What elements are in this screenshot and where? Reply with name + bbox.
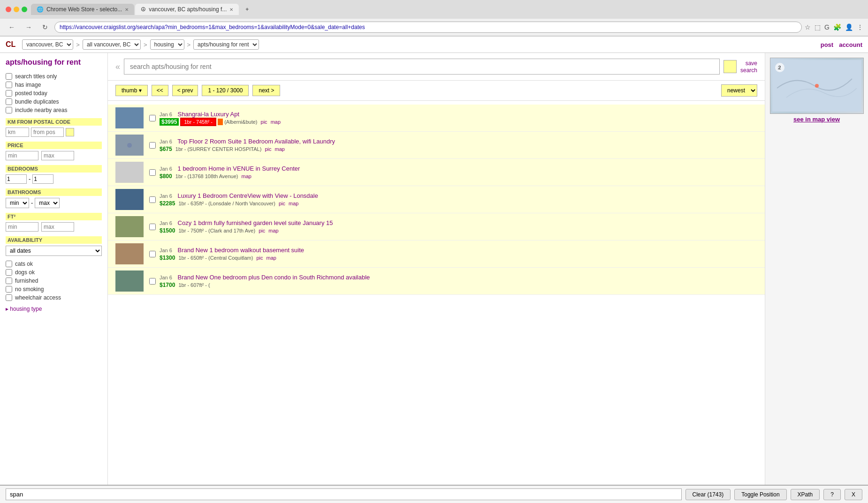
listing-area-text: (Alberni&bute) xyxy=(224,119,257,125)
area-select[interactable]: all vancouver, BC xyxy=(83,39,141,50)
dev-clear-btn[interactable]: Clear (1743) xyxy=(685,489,731,495)
listing-checkbox[interactable] xyxy=(149,278,156,285)
bathrooms-max-select[interactable]: max xyxy=(35,198,60,208)
filter-dupes-checkbox[interactable] xyxy=(6,98,12,105)
listing-checkbox[interactable] xyxy=(149,224,156,230)
filter-image-label[interactable]: has image xyxy=(15,82,41,88)
listing-checkbox[interactable] xyxy=(149,169,156,176)
subcategory-select[interactable]: apts/housing for rent xyxy=(193,39,259,50)
bathrooms-min-select[interactable]: min xyxy=(6,198,29,208)
filter-image-checkbox[interactable] xyxy=(6,82,12,88)
filter-nearby-label[interactable]: include nearby areas xyxy=(15,107,67,113)
filter-wheelchair-checkbox[interactable] xyxy=(6,294,12,301)
filter-titles-checkbox[interactable] xyxy=(6,73,12,80)
map-link[interactable]: map xyxy=(271,119,281,125)
filter-nosmoking-checkbox[interactable] xyxy=(6,286,12,293)
refresh-btn[interactable]: ↻ xyxy=(38,22,52,33)
listing-title-link[interactable]: 1 bedroom Home in VENUE in Surrey Center xyxy=(178,165,300,172)
filter-wheelchair-label[interactable]: wheelchair access xyxy=(15,294,61,301)
price-max-input[interactable] xyxy=(41,151,74,160)
search-input[interactable] xyxy=(124,59,720,75)
extension-icon[interactable]: ⬚ xyxy=(815,23,821,31)
listing-title-link[interactable]: Brand New One bedroom plus Den condo in … xyxy=(178,274,370,281)
postal-code-input[interactable] xyxy=(31,128,64,137)
tab-close-btn[interactable]: ✕ xyxy=(229,7,233,12)
listing-title-link[interactable]: Top Floor 2 Room Suite 1 Bedroom Availab… xyxy=(177,138,335,145)
pic-link[interactable]: pic xyxy=(279,201,285,206)
pic-link[interactable]: pic xyxy=(259,228,265,233)
price-min-input[interactable] xyxy=(6,151,38,160)
first-page-btn[interactable]: << xyxy=(152,85,168,96)
bedrooms-max-input[interactable] xyxy=(32,174,53,184)
ft2-max-input[interactable] xyxy=(41,222,74,232)
listing-title-link[interactable]: Cozy 1 bdrm fully furnished garden level… xyxy=(178,219,333,226)
location-select[interactable]: vancouver, BC xyxy=(22,39,73,50)
filter-dogs-checkbox[interactable] xyxy=(6,269,12,276)
map-link[interactable]: map xyxy=(289,201,298,206)
filter-nearby-checkbox[interactable] xyxy=(6,107,12,113)
bedrooms-min-input[interactable] xyxy=(6,174,27,184)
save-search-link[interactable]: savesearch xyxy=(740,60,757,74)
availability-select[interactable]: all dates xyxy=(6,246,102,256)
filter-ft2-section: FT² xyxy=(6,213,102,232)
category-select[interactable]: housing xyxy=(150,39,184,50)
tab-chrome-store[interactable]: 🌐 Chrome Web Store - selecto... ✕ xyxy=(31,4,134,15)
map-link[interactable]: map xyxy=(268,228,278,233)
bookmark-icon[interactable]: ☆ xyxy=(805,23,811,31)
filter-furnished-checkbox[interactable] xyxy=(6,278,12,284)
map-link[interactable]: map xyxy=(275,146,285,152)
listing-title-link[interactable]: Shangrai-la Luxury Apt xyxy=(178,111,240,118)
new-tab-btn[interactable]: + xyxy=(240,4,254,15)
maximize-window-btn[interactable] xyxy=(22,7,27,12)
puzzle-icon[interactable]: 🧩 xyxy=(833,23,841,31)
search-options-btn[interactable] xyxy=(723,60,737,73)
pic-link[interactable]: pic xyxy=(261,119,267,125)
next-page-btn[interactable]: next > xyxy=(252,85,280,96)
sort-select[interactable]: newest xyxy=(721,84,757,97)
dev-close-btn[interactable]: X xyxy=(845,489,862,495)
filter-furnished-label[interactable]: furnished xyxy=(15,278,38,284)
listing-checkbox[interactable] xyxy=(149,196,156,203)
tab-close-btn[interactable]: ✕ xyxy=(125,7,129,12)
map-link[interactable]: map xyxy=(242,173,251,179)
ft2-min-input[interactable] xyxy=(6,222,38,232)
listing-checkbox[interactable] xyxy=(149,115,156,121)
listing-title-link[interactable]: Brand New 1 bedroom walkout basement sui… xyxy=(178,247,305,254)
back-btn[interactable]: ← xyxy=(5,22,19,33)
filter-nosmoking-label[interactable]: no smoking xyxy=(15,286,44,293)
dev-xpath-btn[interactable]: XPath xyxy=(791,489,820,495)
menu-icon[interactable]: ⋮ xyxy=(857,23,863,31)
filter-today-checkbox[interactable] xyxy=(6,90,12,97)
avatar-icon[interactable]: 👤 xyxy=(845,23,853,31)
filter-cats-label[interactable]: cats ok xyxy=(15,261,33,267)
listing-detail: 1br - 650ft² - (Central Coquitlam) xyxy=(178,255,253,261)
view-dropdown-btn[interactable]: thumb ▾ xyxy=(115,85,148,96)
filter-today-label[interactable]: posted today xyxy=(15,90,47,97)
listing-title-link[interactable]: Luxury 1 Bedroom CentreView with View - … xyxy=(178,192,318,199)
pic-link[interactable]: pic xyxy=(265,146,271,152)
pic-link[interactable]: pic xyxy=(256,255,263,261)
listing-checkbox[interactable] xyxy=(149,251,156,257)
tab-craigslist[interactable]: ☮ vancouver, BC apts/housing f... ✕ xyxy=(135,4,239,15)
km-input[interactable] xyxy=(6,128,29,137)
close-window-btn[interactable] xyxy=(6,7,11,12)
dev-tools-input[interactable] xyxy=(6,488,682,495)
filter-titles-label[interactable]: search titles only xyxy=(15,73,57,80)
post-link[interactable]: post xyxy=(821,41,833,48)
filter-dupes-label[interactable]: bundle duplicates xyxy=(15,98,59,105)
minimize-window-btn[interactable] xyxy=(14,7,19,12)
housing-type-link[interactable]: ▸ housing type xyxy=(6,306,102,312)
see-in-map-view-link[interactable]: see in map view xyxy=(793,116,840,123)
prev-page-btn[interactable]: < prev xyxy=(172,85,198,96)
collapse-btn[interactable]: « xyxy=(115,62,120,72)
map-link[interactable]: map xyxy=(266,255,276,261)
dev-help-btn[interactable]: ? xyxy=(823,489,841,495)
google-icon[interactable]: G xyxy=(824,23,830,31)
dev-toggle-btn[interactable]: Toggle Position xyxy=(734,489,786,495)
filter-dogs-label[interactable]: dogs ok xyxy=(15,269,35,276)
account-link[interactable]: account xyxy=(839,41,862,48)
filter-cats-checkbox[interactable] xyxy=(6,261,12,267)
forward-btn[interactable]: → xyxy=(22,22,36,33)
listing-checkbox[interactable] xyxy=(149,142,156,149)
address-bar[interactable] xyxy=(54,22,802,33)
